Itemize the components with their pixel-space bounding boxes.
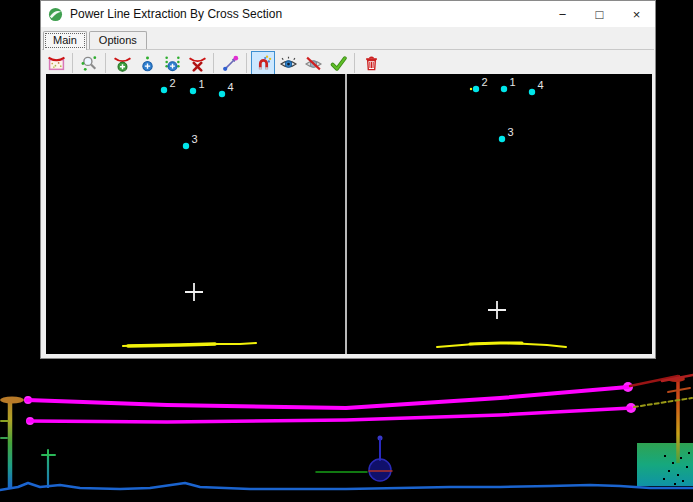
add-vertex-button[interactable] [135, 51, 159, 75]
delete-button[interactable] [359, 51, 383, 75]
find-icon [81, 55, 98, 72]
toolbar-separator [246, 53, 247, 73]
add-catenary-icon [114, 55, 131, 72]
measure-vector-button[interactable] [218, 51, 242, 75]
wire-upper [27, 387, 628, 408]
vegetation-speck [677, 474, 679, 476]
show-icon [280, 55, 297, 72]
window-title: Power Line Extraction By Cross Section [70, 7, 282, 21]
vegetation-speck [674, 483, 676, 485]
app-icon [48, 7, 63, 22]
vegetation-speck [688, 452, 690, 454]
accept-button[interactable] [326, 51, 350, 75]
wire-lower [28, 408, 631, 422]
find-button[interactable] [77, 51, 101, 75]
add-vertices-icon [164, 55, 181, 72]
vegetation-speck [682, 480, 684, 482]
add-vertices-button[interactable] [160, 51, 184, 75]
tab-bar: Main Options [41, 27, 655, 49]
vegetation-speck [686, 466, 688, 468]
window-controls: − □ × [544, 1, 655, 27]
delete-catenary-button[interactable] [185, 51, 209, 75]
vegetation-speck [664, 455, 666, 457]
vegetation-speck [680, 457, 682, 459]
toolbar-separator [213, 53, 214, 73]
tab-options[interactable]: Options [89, 31, 147, 49]
snap-points-button[interactable] [251, 51, 275, 75]
wire-lower-ext [634, 398, 692, 407]
snap-points-icon [255, 55, 272, 72]
toolbar-separator [105, 53, 106, 73]
show-button[interactable] [276, 51, 300, 75]
vegetation-speck [663, 478, 665, 480]
tab-main[interactable]: Main [43, 31, 87, 50]
close-button[interactable]: × [618, 1, 655, 27]
add-vertex-icon [139, 55, 156, 72]
ground-line [0, 483, 693, 490]
minimize-button[interactable]: − [544, 1, 581, 27]
section-button[interactable] [44, 51, 68, 75]
section-icon [48, 55, 65, 72]
vegetation-speck [672, 462, 674, 464]
hide-button[interactable] [301, 51, 325, 75]
maximize-button[interactable]: □ [581, 1, 618, 27]
vegetation-speck [668, 470, 670, 472]
cross-section-panels [46, 74, 652, 354]
cross-section-panel-right[interactable] [347, 74, 652, 354]
powerline-dialog: Power Line Extraction By Cross Section −… [40, 0, 656, 359]
titlebar[interactable]: Power Line Extraction By Cross Section −… [41, 1, 655, 27]
toolbar [41, 50, 655, 76]
cross-section-panel-left[interactable] [46, 74, 345, 354]
gizmo-circle [369, 459, 391, 481]
delete-icon [363, 55, 380, 72]
accept-icon [330, 55, 347, 72]
screen: Power Line Extraction By Cross Section −… [0, 0, 693, 502]
left-crossarm-blob [0, 397, 24, 404]
toolbar-separator [72, 53, 73, 73]
toolbar-separator [354, 53, 355, 73]
measure-vector-icon [222, 55, 239, 72]
add-catenary-button[interactable] [110, 51, 134, 75]
hide-icon [305, 55, 322, 72]
delete-catenary-icon [189, 55, 206, 72]
